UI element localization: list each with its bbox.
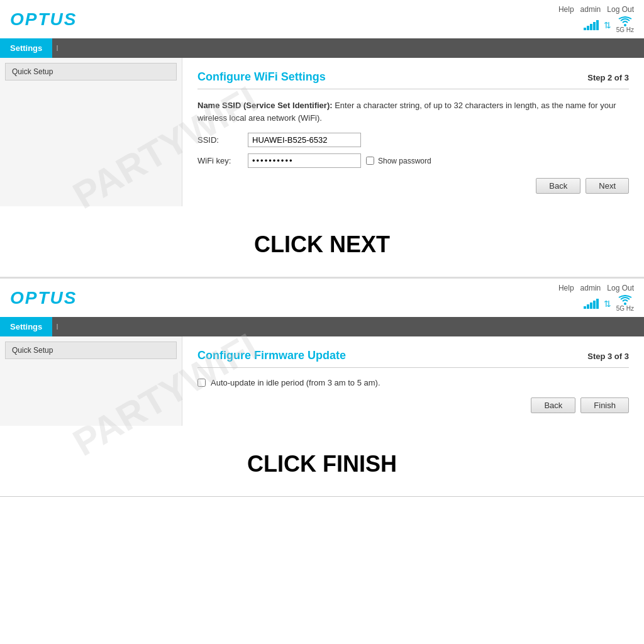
finish-button[interactable]: Finish [580,397,629,413]
step-info-1: Step 2 of 3 [587,73,629,82]
signal-icon-2 [584,299,599,309]
button-row-1: Back Next [197,178,629,194]
settings-tab-2[interactable]: Settings [0,317,52,336]
content-area-2: Quick Setup Configure Firmware Update St… [0,336,644,426]
logout-link-2[interactable]: Log Out [607,284,634,292]
show-password-row: Show password [366,157,431,165]
form-description-1: Name SSID (Service Set Identifier): Ente… [197,99,629,124]
ssid-row: SSID: [197,133,629,147]
header-icons-2: ⇅ 5G Hz [584,295,634,312]
wifi-icon-container-1: 5G Hz [616,16,634,33]
show-password-checkbox[interactable] [366,157,374,165]
click-finish-instruction: CLICK FINISH [0,426,644,496]
wifi-label-1: 5G Hz [616,26,634,33]
help-link-2[interactable]: Help [558,284,574,292]
wifi-icon-1 [618,16,632,26]
logo-2: OPTUS [10,288,77,308]
section-title-1: Configure WiFi Settings [197,70,326,84]
nav-separator-2: I [52,322,62,331]
main-content-2: Configure Firmware Update Step 3 of 3 Au… [182,336,644,426]
logout-link-1[interactable]: Log Out [607,5,634,14]
wifi-key-label: WiFi key: [197,156,248,165]
admin-link-1[interactable]: admin [580,5,601,14]
auto-update-checkbox[interactable] [197,379,206,387]
header-right-1: Help admin Log Out ⇅ [558,5,634,33]
transfer-icon-1: ⇅ [604,20,611,30]
wifi-key-input[interactable] [248,153,361,168]
quick-setup-link-2[interactable]: Quick Setup [5,341,177,359]
main-content-1: Configure WiFi Settings Step 2 of 3 Name… [182,58,644,206]
wifi-icon-container-2: 5G Hz [616,295,634,312]
header-2: OPTUS Help admin Log Out ⇅ [0,279,644,317]
back-button-1[interactable]: Back [536,178,580,194]
ssid-input[interactable] [248,133,361,147]
help-link-1[interactable]: Help [558,5,574,14]
nav-bar-1: Settings I [0,38,644,58]
nav-separator-1: I [52,43,62,53]
header-links-1: Help admin Log Out [558,5,634,14]
header-1: OPTUS Help admin Log Out ⇅ [0,0,644,38]
content-area-1: Quick Setup Configure WiFi Settings Step… [0,58,644,206]
sidebar-2: Quick Setup [0,336,182,426]
step-info-2: Step 3 of 3 [587,352,629,361]
wifi-key-row: WiFi key: Show password [197,153,629,168]
signal-icon-1 [584,20,599,30]
auto-update-label: Auto-update in idle period (from 3 am to… [211,378,380,387]
header-icons-1: ⇅ 5G Hz [584,16,634,33]
quick-setup-link-1[interactable]: Quick Setup [5,63,177,80]
wifi-icon-2 [618,295,632,305]
admin-link-2[interactable]: admin [580,284,601,292]
next-button[interactable]: Next [586,178,629,194]
nav-bar-2: Settings I [0,317,644,336]
sidebar-1: Quick Setup [0,58,182,206]
click-next-instruction: CLICK NEXT [0,206,644,277]
show-password-label: Show password [378,157,431,165]
settings-tab-1[interactable]: Settings [0,38,52,58]
auto-update-row: Auto-update in idle period (from 3 am to… [197,378,629,387]
transfer-icon-2: ⇅ [604,299,611,309]
back-button-2[interactable]: Back [531,397,575,413]
logo-1: OPTUS [10,9,77,30]
section-header-1: Configure WiFi Settings Step 2 of 3 [197,70,629,89]
header-links-2: Help admin Log Out [558,284,634,292]
header-right-2: Help admin Log Out ⇅ [558,284,634,312]
button-row-2: Back Finish [197,397,629,413]
section-header-2: Configure Firmware Update Step 3 of 3 [197,349,629,368]
ssid-label: SSID: [197,135,248,145]
wifi-label-2: 5G Hz [616,305,634,312]
section-title-2: Configure Firmware Update [197,349,346,362]
